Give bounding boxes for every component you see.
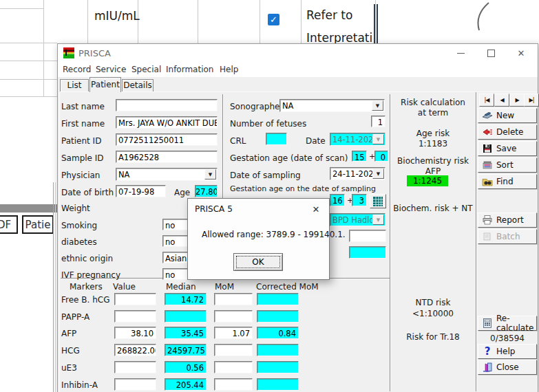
risk-calc-title-line1: Risk calculation bbox=[390, 98, 476, 107]
bg-panel-edge bbox=[53, 182, 54, 392]
maximize-icon bbox=[487, 50, 495, 57]
age-risk-label: Age risk bbox=[390, 129, 476, 138]
marker-value-input[interactable] bbox=[114, 378, 156, 391]
marker-mom bbox=[214, 310, 253, 323]
physician-combo[interactable]: NA ▼ bbox=[116, 168, 218, 181]
chevron-down-icon[interactable]: ▼ bbox=[372, 100, 383, 111]
median-header: Median bbox=[166, 282, 196, 292]
marker-mom bbox=[214, 378, 253, 391]
marker-value-input[interactable] bbox=[114, 361, 156, 373]
record-first-button[interactable]: |◀ bbox=[479, 94, 494, 107]
chevron-down-icon[interactable]: ▼ bbox=[372, 168, 384, 179]
close-window-button[interactable]: Close bbox=[478, 360, 537, 375]
ok-button[interactable]: OK bbox=[233, 253, 283, 271]
marker-mom: 1.07 bbox=[214, 327, 253, 339]
patient-button-partial[interactable]: Patie bbox=[22, 215, 54, 234]
record-last-button[interactable]: ▶| bbox=[524, 94, 539, 107]
recalculate-button[interactable]: Re-calculate bbox=[478, 316, 537, 331]
bg-gridline bbox=[43, 0, 44, 96]
bg-panel-edge bbox=[55, 182, 56, 392]
pdf-button-partial[interactable]: DF bbox=[0, 215, 18, 234]
age-value: 27.80 bbox=[195, 185, 218, 197]
printer-icon bbox=[482, 215, 493, 226]
crl-date-value: 14-11-2025 bbox=[332, 135, 379, 144]
sonographer-value: NA bbox=[282, 101, 293, 111]
record-prev-button[interactable]: ◀ bbox=[494, 94, 509, 107]
dob-input[interactable]: 07-19-98 bbox=[116, 185, 166, 197]
first-name-input[interactable]: Mrs. JAYA W/O ANKIT DUBE bbox=[116, 116, 218, 129]
menu-record[interactable]: Record bbox=[63, 65, 91, 74]
help-button[interactable]: ? Help bbox=[478, 344, 537, 359]
crl-date-label: Date bbox=[306, 136, 326, 146]
report-button-label: Report bbox=[496, 215, 524, 225]
marker-corrected-mom bbox=[257, 344, 299, 356]
exit-door-icon bbox=[482, 362, 493, 373]
prisca-app-icon bbox=[63, 47, 74, 58]
menu-special[interactable]: Special bbox=[131, 65, 161, 74]
marker-median bbox=[165, 310, 207, 323]
find-button-label: Find bbox=[496, 177, 514, 186]
bg-gridline bbox=[0, 79, 57, 80]
tab-patient[interactable]: Patient bbox=[89, 77, 121, 92]
new-button[interactable]: New bbox=[478, 108, 537, 123]
report-button[interactable]: Report bbox=[478, 213, 537, 228]
batch-button: Batch bbox=[478, 229, 537, 244]
physician-label: Physician bbox=[61, 171, 100, 180]
fetuses-label: Number of fetuses bbox=[230, 119, 306, 129]
bpd-method-combo: BPD Hadloc ▼ bbox=[330, 213, 385, 226]
sort-button[interactable]: Sort bbox=[478, 157, 537, 173]
bg-gridline bbox=[260, 0, 260, 43]
delete-button[interactable]: Delete bbox=[478, 124, 537, 140]
marker-value-input[interactable] bbox=[114, 310, 156, 323]
last-record-icon: ▶| bbox=[529, 97, 534, 103]
menu-information[interactable]: Information bbox=[166, 65, 213, 74]
risk-calc-title-line2: at term bbox=[390, 108, 476, 118]
save-icon bbox=[482, 143, 493, 154]
sampling-date-value: 24-11-2025 bbox=[332, 169, 379, 179]
patient-id-input[interactable]: 0772511250011 bbox=[116, 133, 218, 146]
last-name-input[interactable] bbox=[116, 99, 218, 111]
chevron-down-icon[interactable]: ▼ bbox=[204, 169, 216, 179]
sample-id-input[interactable]: A1962528 bbox=[116, 151, 218, 163]
tab-list[interactable]: List bbox=[60, 79, 89, 91]
record-counter: 0/38594 bbox=[478, 334, 537, 343]
find-button[interactable]: Find bbox=[478, 174, 537, 189]
calculator-icon bbox=[482, 318, 493, 329]
save-button[interactable]: Save bbox=[478, 141, 537, 156]
new-record-icon bbox=[482, 110, 493, 121]
bg-gridline bbox=[0, 61, 57, 61]
bpd-value-input[interactable] bbox=[349, 230, 386, 242]
ntd-risk-label: NTD risk bbox=[390, 298, 476, 307]
dialog-close-button[interactable]: ✕ bbox=[308, 203, 324, 215]
bg-checkbox-checked[interactable]: ✓ bbox=[268, 14, 279, 25]
menu-bar: Record Service Special Information Help bbox=[58, 62, 538, 77]
sampling-date-combo[interactable]: 24-11-2025 ▼ bbox=[330, 167, 385, 180]
minimize-button[interactable] bbox=[450, 44, 471, 62]
menu-service[interactable]: Service bbox=[96, 65, 126, 74]
crl-input[interactable] bbox=[266, 133, 287, 145]
bg-gridline bbox=[198, 0, 198, 43]
maximize-button[interactable] bbox=[480, 44, 501, 62]
tab-details[interactable]: Details bbox=[122, 79, 154, 91]
ga-scan-label: Gestation age (date of scan) bbox=[230, 153, 348, 163]
title-bar[interactable]: PRISCA ✕ bbox=[58, 44, 538, 62]
menu-help[interactable]: Help bbox=[220, 65, 238, 74]
marker-value-input[interactable]: 268822.00 bbox=[114, 344, 156, 356]
marker-value-input[interactable] bbox=[114, 293, 156, 305]
patient-id-label: Patient ID bbox=[61, 136, 101, 146]
sonographer-combo[interactable]: NA ▼ bbox=[279, 99, 385, 112]
check-icon: ✓ bbox=[270, 14, 277, 25]
fetuses-value[interactable]: 1 bbox=[371, 116, 385, 127]
ga-scan-weeks: 15 bbox=[352, 151, 367, 162]
marker-median: 205.44 bbox=[165, 378, 207, 391]
close-button[interactable]: ✕ bbox=[511, 44, 531, 62]
bg-gridline bbox=[0, 43, 57, 43]
marker-median: 0.56 bbox=[165, 361, 207, 373]
marker-name: Inhibin-A bbox=[61, 380, 98, 390]
last-name-label: Last name bbox=[61, 102, 105, 111]
marker-value-input[interactable]: 38.10 bbox=[114, 327, 156, 339]
pdf-button-label: DF bbox=[0, 219, 11, 231]
ga-calculator-button[interactable] bbox=[370, 194, 386, 208]
marker-corrected-mom bbox=[257, 361, 299, 373]
record-next-button[interactable]: ▶ bbox=[509, 94, 525, 107]
